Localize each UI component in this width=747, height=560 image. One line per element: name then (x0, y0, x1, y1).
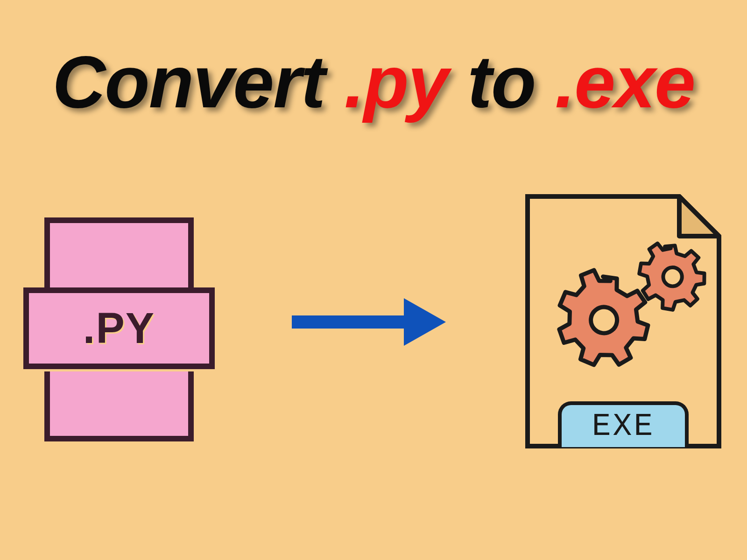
diagram-container: .PY (0, 124, 747, 451)
exe-label-band: EXE (558, 401, 689, 447)
py-file-top (44, 217, 194, 287)
exe-file-icon: EXE (523, 192, 724, 451)
py-file-bottom (44, 371, 194, 441)
title-word-convert: Convert (52, 41, 324, 123)
title-container: Convert .py to .exe (0, 0, 747, 124)
svg-point-2 (589, 305, 619, 335)
title-word-exe: .exe (555, 41, 695, 123)
title-word-py: .py (344, 41, 448, 123)
arrow-container (289, 296, 448, 347)
svg-rect-0 (292, 315, 406, 329)
arrow-right-icon (292, 296, 446, 347)
svg-point-3 (662, 266, 683, 287)
py-file-icon: .PY (23, 217, 215, 441)
exe-label-text: EXE (592, 408, 655, 444)
py-label-text: .PY (83, 304, 155, 353)
main-title: Convert .py to .exe (0, 40, 747, 124)
title-word-to: to (467, 41, 535, 123)
svg-marker-1 (404, 298, 446, 346)
py-label-band: .PY (23, 287, 215, 369)
